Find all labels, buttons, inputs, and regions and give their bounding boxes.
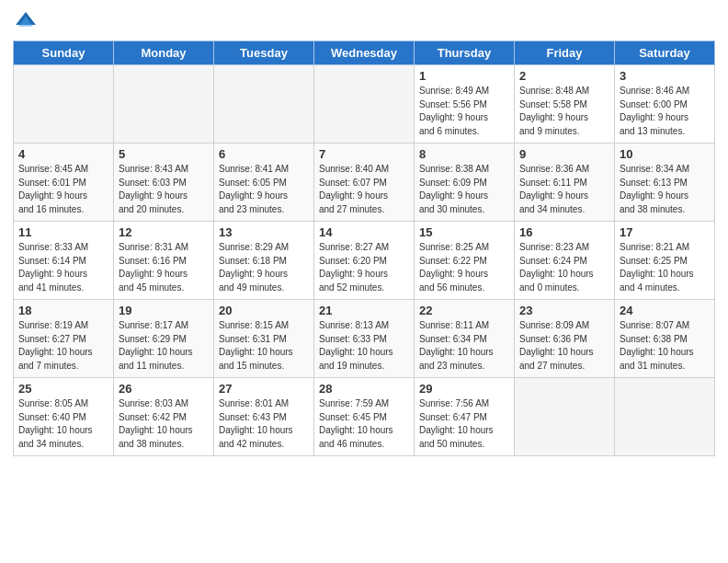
- day-number: 23: [519, 304, 609, 317]
- day-info: Sunrise: 8:29 AMSunset: 6:18 PMDaylight:…: [219, 241, 309, 294]
- calendar-cell: 14Sunrise: 8:27 AMSunset: 6:20 PMDayligh…: [314, 222, 415, 300]
- day-info: Sunrise: 8:21 AMSunset: 6:25 PMDaylight:…: [620, 241, 710, 294]
- day-info: Sunrise: 7:56 AMSunset: 6:47 PMDaylight:…: [419, 397, 509, 451]
- logo-icon: [13, 9, 39, 35]
- day-number: 4: [18, 147, 108, 161]
- calendar-cell: 13Sunrise: 8:29 AMSunset: 6:18 PMDayligh…: [214, 222, 314, 300]
- day-number: 16: [519, 225, 609, 239]
- calendar-cell: 8Sunrise: 8:38 AMSunset: 6:09 PMDaylight…: [415, 144, 515, 222]
- week-row-2: 4Sunrise: 8:45 AMSunset: 6:01 PMDaylight…: [14, 144, 715, 222]
- calendar-cell: 10Sunrise: 8:34 AMSunset: 6:13 PMDayligh…: [615, 144, 715, 222]
- day-number: 12: [119, 225, 209, 239]
- day-number: 20: [219, 304, 309, 317]
- day-number: 2: [519, 69, 609, 83]
- day-number: 21: [319, 304, 409, 317]
- calendar-cell: 2Sunrise: 8:48 AMSunset: 5:58 PMDaylight…: [515, 65, 615, 144]
- day-info: Sunrise: 8:13 AMSunset: 6:33 PMDaylight:…: [319, 319, 409, 373]
- calendar-cell: 19Sunrise: 8:17 AMSunset: 6:29 PMDayligh…: [114, 300, 214, 378]
- weekday-header-saturday: Saturday: [615, 41, 715, 65]
- day-number: 28: [319, 382, 409, 396]
- calendar-cell: 17Sunrise: 8:21 AMSunset: 6:25 PMDayligh…: [615, 222, 715, 300]
- page-container: SundayMondayTuesdayWednesdayThursdayFrid…: [0, 0, 728, 563]
- calendar-cell: 29Sunrise: 7:56 AMSunset: 6:47 PMDayligh…: [415, 378, 515, 456]
- calendar-cell: 4Sunrise: 8:45 AMSunset: 6:01 PMDaylight…: [14, 144, 114, 222]
- day-info: Sunrise: 8:36 AMSunset: 6:11 PMDaylight:…: [519, 163, 609, 216]
- calendar-cell: 16Sunrise: 8:23 AMSunset: 6:24 PMDayligh…: [515, 222, 615, 300]
- week-row-4: 18Sunrise: 8:19 AMSunset: 6:27 PMDayligh…: [14, 300, 715, 378]
- week-row-5: 25Sunrise: 8:05 AMSunset: 6:40 PMDayligh…: [14, 378, 715, 456]
- day-number: 26: [119, 382, 209, 396]
- day-info: Sunrise: 8:17 AMSunset: 6:29 PMDaylight:…: [119, 319, 209, 373]
- calendar-cell: 23Sunrise: 8:09 AMSunset: 6:36 PMDayligh…: [515, 300, 615, 378]
- day-info: Sunrise: 8:48 AMSunset: 5:58 PMDaylight:…: [519, 85, 609, 138]
- day-info: Sunrise: 7:59 AMSunset: 6:45 PMDaylight:…: [319, 397, 409, 451]
- day-info: Sunrise: 8:27 AMSunset: 6:20 PMDaylight:…: [319, 241, 409, 294]
- calendar-cell: 5Sunrise: 8:43 AMSunset: 6:03 PMDaylight…: [114, 144, 214, 222]
- day-number: 29: [419, 382, 509, 396]
- weekday-header-friday: Friday: [515, 41, 615, 65]
- weekday-header-thursday: Thursday: [415, 41, 515, 65]
- day-number: 19: [119, 304, 209, 317]
- calendar-cell: [214, 65, 314, 144]
- calendar-cell: [615, 378, 715, 456]
- day-number: 13: [219, 225, 309, 239]
- calendar-cell: 20Sunrise: 8:15 AMSunset: 6:31 PMDayligh…: [214, 300, 314, 378]
- day-number: 25: [18, 382, 108, 396]
- day-info: Sunrise: 8:45 AMSunset: 6:01 PMDaylight:…: [18, 163, 108, 216]
- day-info: Sunrise: 8:05 AMSunset: 6:40 PMDaylight:…: [18, 397, 108, 451]
- calendar-cell: 1Sunrise: 8:49 AMSunset: 5:56 PMDaylight…: [415, 65, 515, 144]
- day-info: Sunrise: 8:25 AMSunset: 6:22 PMDaylight:…: [419, 241, 509, 294]
- day-info: Sunrise: 8:43 AMSunset: 6:03 PMDaylight:…: [119, 163, 209, 216]
- calendar-cell: [14, 65, 114, 144]
- day-number: 15: [419, 225, 509, 239]
- day-info: Sunrise: 8:33 AMSunset: 6:14 PMDaylight:…: [18, 241, 108, 294]
- day-info: Sunrise: 8:03 AMSunset: 6:42 PMDaylight:…: [119, 397, 209, 451]
- calendar-cell: 26Sunrise: 8:03 AMSunset: 6:42 PMDayligh…: [114, 378, 214, 456]
- calendar-cell: [114, 65, 214, 144]
- day-info: Sunrise: 8:19 AMSunset: 6:27 PMDaylight:…: [18, 319, 108, 373]
- calendar-cell: 18Sunrise: 8:19 AMSunset: 6:27 PMDayligh…: [14, 300, 114, 378]
- weekday-header-monday: Monday: [114, 41, 214, 65]
- day-info: Sunrise: 8:15 AMSunset: 6:31 PMDaylight:…: [219, 319, 309, 373]
- header: [13, 9, 715, 35]
- day-number: 5: [119, 147, 209, 161]
- calendar-cell: [314, 65, 415, 144]
- calendar-cell: 12Sunrise: 8:31 AMSunset: 6:16 PMDayligh…: [114, 222, 214, 300]
- day-info: Sunrise: 8:49 AMSunset: 5:56 PMDaylight:…: [419, 85, 509, 138]
- day-info: Sunrise: 8:40 AMSunset: 6:07 PMDaylight:…: [319, 163, 409, 216]
- day-info: Sunrise: 8:34 AMSunset: 6:13 PMDaylight:…: [620, 163, 710, 216]
- day-number: 7: [319, 147, 409, 161]
- weekday-header-tuesday: Tuesday: [214, 41, 314, 65]
- day-info: Sunrise: 8:41 AMSunset: 6:05 PMDaylight:…: [219, 163, 309, 216]
- day-info: Sunrise: 8:01 AMSunset: 6:43 PMDaylight:…: [219, 397, 309, 451]
- calendar-cell: 21Sunrise: 8:13 AMSunset: 6:33 PMDayligh…: [314, 300, 415, 378]
- calendar-cell: 27Sunrise: 8:01 AMSunset: 6:43 PMDayligh…: [214, 378, 314, 456]
- day-number: 10: [620, 147, 710, 161]
- calendar-cell: [515, 378, 615, 456]
- calendar-cell: 15Sunrise: 8:25 AMSunset: 6:22 PMDayligh…: [415, 222, 515, 300]
- day-number: 11: [18, 225, 108, 239]
- day-number: 6: [219, 147, 309, 161]
- calendar-cell: 11Sunrise: 8:33 AMSunset: 6:14 PMDayligh…: [14, 222, 114, 300]
- calendar-cell: 25Sunrise: 8:05 AMSunset: 6:40 PMDayligh…: [14, 378, 114, 456]
- calendar-cell: 22Sunrise: 8:11 AMSunset: 6:34 PMDayligh…: [415, 300, 515, 378]
- calendar-cell: 3Sunrise: 8:46 AMSunset: 6:00 PMDaylight…: [615, 65, 715, 144]
- day-number: 1: [419, 69, 509, 83]
- weekday-header-sunday: Sunday: [14, 41, 114, 65]
- day-info: Sunrise: 8:07 AMSunset: 6:38 PMDaylight:…: [620, 319, 710, 373]
- calendar-cell: 24Sunrise: 8:07 AMSunset: 6:38 PMDayligh…: [615, 300, 715, 378]
- day-info: Sunrise: 8:31 AMSunset: 6:16 PMDaylight:…: [119, 241, 209, 294]
- day-number: 17: [620, 225, 710, 239]
- day-info: Sunrise: 8:09 AMSunset: 6:36 PMDaylight:…: [519, 319, 609, 373]
- week-row-3: 11Sunrise: 8:33 AMSunset: 6:14 PMDayligh…: [14, 222, 715, 300]
- day-info: Sunrise: 8:11 AMSunset: 6:34 PMDaylight:…: [419, 319, 509, 373]
- day-number: 3: [620, 69, 710, 83]
- day-info: Sunrise: 8:38 AMSunset: 6:09 PMDaylight:…: [419, 163, 509, 216]
- day-info: Sunrise: 8:23 AMSunset: 6:24 PMDaylight:…: [519, 241, 609, 294]
- calendar-cell: 6Sunrise: 8:41 AMSunset: 6:05 PMDaylight…: [214, 144, 314, 222]
- week-row-1: 1Sunrise: 8:49 AMSunset: 5:56 PMDaylight…: [14, 65, 715, 144]
- logo: [13, 9, 42, 35]
- calendar-cell: 9Sunrise: 8:36 AMSunset: 6:11 PMDaylight…: [515, 144, 615, 222]
- calendar-table: SundayMondayTuesdayWednesdayThursdayFrid…: [13, 40, 715, 456]
- day-info: Sunrise: 8:46 AMSunset: 6:00 PMDaylight:…: [620, 85, 710, 138]
